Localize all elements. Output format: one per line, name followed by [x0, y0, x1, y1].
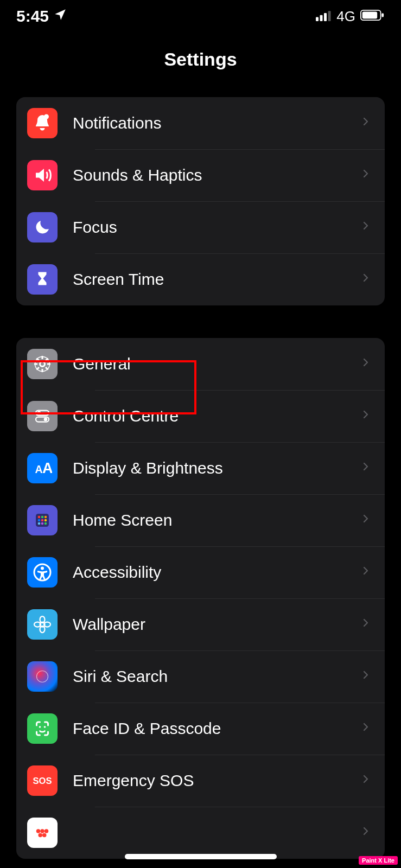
settings-row-siri-search[interactable]: Siri & Search: [16, 650, 385, 703]
grid-apps-icon: [27, 505, 58, 535]
gear-icon: [27, 349, 58, 379]
chevron-right-icon: [361, 218, 371, 237]
chevron-right-icon: [361, 771, 371, 790]
row-label: Screen Time: [73, 270, 361, 289]
row-label: Focus: [73, 218, 361, 237]
svg-rect-5: [362, 11, 378, 18]
chevron-right-icon: [361, 563, 371, 582]
chevron-right-icon: [361, 824, 371, 842]
settings-row-screen-time[interactable]: Screen Time: [16, 253, 385, 305]
face-id-icon: [27, 713, 58, 744]
row-label: Notifications: [73, 114, 361, 132]
row-label: Siri & Search: [73, 667, 361, 686]
home-indicator[interactable]: [125, 854, 277, 859]
siri-icon: [27, 661, 58, 692]
status-bar: 5:45 4G: [0, 0, 401, 33]
chevron-right-icon: [361, 114, 371, 132]
hourglass-icon: [27, 264, 58, 295]
bell-icon: [27, 108, 58, 138]
settings-row-general[interactable]: General: [16, 338, 385, 390]
settings-group: NotificationsSounds & HapticsFocusScreen…: [16, 97, 385, 305]
settings-row-sounds-haptics[interactable]: Sounds & Haptics: [16, 149, 385, 201]
svg-rect-3: [328, 11, 331, 21]
watermark: Paint X Lite: [359, 856, 398, 865]
row-label: General: [73, 355, 361, 373]
battery-icon: [360, 8, 385, 25]
moon-icon: [27, 212, 58, 242]
exposure-icon: [27, 818, 58, 848]
accessibility-icon: [27, 557, 58, 588]
flower-icon: [27, 609, 58, 640]
row-label: Wallpaper: [73, 615, 361, 634]
chevron-right-icon: [361, 459, 371, 477]
row-label: Home Screen: [73, 511, 361, 529]
settings-row-control-centre[interactable]: Control Centre: [16, 390, 385, 442]
settings-list: NotificationsSounds & HapticsFocusScreen…: [0, 97, 401, 859]
row-label: Face ID & Passcode: [73, 719, 361, 738]
settings-row-emergency-sos[interactable]: Emergency SOS: [16, 755, 385, 807]
row-label: Control Centre: [73, 407, 361, 425]
settings-row-exposure[interactable]: [16, 807, 385, 859]
speaker-icon: [27, 160, 58, 190]
settings-row-face-id-passcode[interactable]: Face ID & Passcode: [16, 703, 385, 755]
svg-rect-0: [316, 17, 319, 21]
chevron-right-icon: [361, 407, 371, 425]
chevron-right-icon: [361, 166, 371, 184]
status-left: 5:45: [16, 7, 67, 25]
chevron-right-icon: [361, 667, 371, 686]
page-title: Settings: [0, 49, 401, 70]
settings-row-accessibility[interactable]: Accessibility: [16, 546, 385, 598]
row-label: Emergency SOS: [73, 771, 361, 790]
settings-group: GeneralControl CentreDisplay & Brightnes…: [16, 338, 385, 859]
chevron-right-icon: [361, 719, 371, 738]
svg-rect-1: [320, 15, 323, 21]
network-label: 4G: [336, 8, 355, 25]
chevron-right-icon: [361, 355, 371, 373]
signal-icon: [316, 8, 332, 25]
toggles-icon: [27, 401, 58, 431]
settings-row-focus[interactable]: Focus: [16, 201, 385, 253]
settings-row-home-screen[interactable]: Home Screen: [16, 494, 385, 546]
settings-row-display-brightness[interactable]: Display & Brightness: [16, 442, 385, 494]
row-label: Accessibility: [73, 563, 361, 582]
settings-row-wallpaper[interactable]: Wallpaper: [16, 598, 385, 650]
page-header: Settings: [0, 33, 401, 97]
settings-row-notifications[interactable]: Notifications: [16, 97, 385, 149]
row-label: Sounds & Haptics: [73, 166, 361, 184]
chevron-right-icon: [361, 615, 371, 634]
chevron-right-icon: [361, 511, 371, 529]
chevron-right-icon: [361, 270, 371, 289]
status-right: 4G: [316, 8, 385, 25]
status-time: 5:45: [16, 7, 49, 25]
row-label: Display & Brightness: [73, 459, 361, 477]
svg-rect-2: [324, 13, 327, 21]
location-icon: [53, 7, 67, 25]
text-size-icon: [27, 453, 58, 483]
svg-rect-6: [381, 13, 384, 17]
sos-icon: [27, 765, 58, 796]
